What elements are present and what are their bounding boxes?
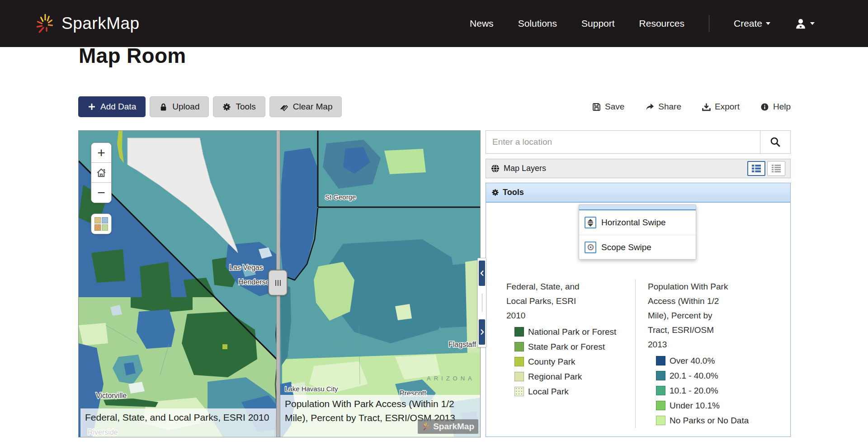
list-compact-icon [772,164,781,173]
tools-title: Tools [503,188,524,197]
plus-icon [88,103,96,111]
legend-item: 20.1 - 40.0% [648,368,771,383]
download-icon [702,103,711,111]
strip-divider [482,294,482,312]
layer-view-compact-button[interactable] [767,161,785,176]
upload-label: Upload [172,102,199,112]
legend-item: National Park or Forest [506,324,635,339]
menu-item-label: Horizontal Swipe [601,218,666,228]
left-layer-attribution: Federal, State, and Local Parks, ESRI 20… [80,408,276,437]
add-data-label: Add Data [100,102,136,112]
map-layers-header[interactable]: Map Layers [486,159,791,178]
map-zoom-controls: + − [91,142,112,203]
nav-item-news[interactable]: News [470,18,494,29]
legend-swatch [656,416,665,425]
nav-item-solutions[interactable]: Solutions [518,18,557,29]
lock-icon [159,103,168,111]
basemap-gallery-button[interactable] [91,214,112,234]
help-label: Help [773,102,791,112]
swipe-handle[interactable] [268,270,288,296]
map-viewport[interactable]: ARIZONA St George Las Vegas Henderson Fl… [78,130,481,437]
nav-create-label: Create [734,18,762,29]
add-data-button[interactable]: Add Data [78,96,146,117]
legend-swatch [656,371,665,380]
chevron-right-icon [480,329,484,335]
legend-swatch [514,342,524,351]
brand-logo[interactable]: SparkMap [34,12,140,35]
collapse-right-button[interactable] [479,319,485,345]
nav-divider [709,15,709,32]
globe-icon [491,164,500,173]
legend-swatch [656,386,665,395]
city-label-lake-havasu: Lake Havasu City [285,385,338,393]
menu-item-scope-swipe[interactable]: Scope Swipe [579,235,696,259]
tools-panel-body: Horizontal Swipe Scope Swipe Federal, St… [486,202,791,437]
home-icon [96,167,107,178]
menu-item-horizontal-swipe[interactable]: Horizontal Swipe [579,210,696,235]
location-search-button[interactable] [760,130,791,154]
export-label: Export [715,102,740,112]
legend-item: 10.1 - 20.0% [648,383,771,398]
tools-button[interactable]: Tools [213,96,265,117]
nav-item-support[interactable]: Support [581,18,615,29]
chevron-down-icon [766,22,770,25]
save-button[interactable]: Save [592,102,624,112]
legend-item: Over 40.0% [648,353,771,368]
upload-button[interactable]: Upload [150,96,209,117]
gear-icon [222,103,231,111]
nav-item-resources[interactable]: Resources [639,18,684,29]
sparkmap-logo-icon [34,12,57,35]
zoom-in-button[interactable]: + [91,143,111,163]
city-label-st-george: St George [325,193,356,201]
legend-item: Under 10.1% [648,398,771,413]
city-label-flagstaff: Flagstaff [448,341,476,348]
swipe-tools-menu: Horizontal Swipe Scope Swipe [579,204,696,260]
nav-account-menu[interactable] [795,18,815,29]
nav-links: News Solutions Support Resources Create [470,0,815,47]
search-icon [769,136,781,148]
export-button[interactable]: Export [702,102,740,112]
legend-swatch [656,356,665,365]
map-room-page: SparkMap News Solutions Support Resource… [0,0,868,446]
share-button[interactable]: Share [645,102,681,112]
watermark-label: SparkMap [433,422,474,432]
legend-title: Population With Park Access (Within 1/2 … [648,280,729,352]
clear-map-button[interactable]: Clear Map [269,96,342,117]
chevron-down-icon [810,22,815,25]
tools-label: Tools [236,102,255,112]
legend-item: No Parks or No Data [648,413,771,428]
save-label: Save [605,102,624,112]
legend-swatch [514,357,524,366]
eraser-icon [279,103,288,111]
gear-icon [491,189,499,196]
home-extent-button[interactable] [91,163,111,183]
user-icon [795,18,807,29]
menu-item-label: Scope Swipe [601,242,651,252]
collapse-left-button[interactable] [479,261,485,286]
legend-swatch [656,401,665,410]
legend-park-access: Population With Park Access (Within 1/2 … [636,280,771,428]
zoom-out-button[interactable]: − [91,183,111,203]
layer-view-expanded-button[interactable] [747,161,765,176]
save-icon [592,103,601,111]
legend-swatch [514,327,524,337]
selected-tool-partial[interactable] [579,205,696,210]
help-button[interactable]: Help [760,102,791,112]
map-actions: Save Share Export Help [592,96,791,117]
nav-create-menu[interactable]: Create [734,18,770,29]
tools-header[interactable]: Tools [486,183,791,202]
share-label: Share [658,102,681,112]
legend-item: Regional Park [506,369,635,384]
location-search-input[interactable] [486,130,760,154]
brand-name: SparkMap [61,14,140,33]
horizontal-swipe-icon [585,217,596,228]
city-label-victorville: Victorville [96,392,127,399]
city-label-las-vegas: Las Vegas [229,264,263,271]
sparkmap-watermark: SparkMap [418,419,478,434]
legend-item: State Park or Forest [506,339,635,354]
legend-item: County Park [506,354,635,369]
clear-map-label: Clear Map [293,102,333,112]
legend-swatch [514,387,524,396]
legend-title: Federal, State, and Local Parks, ESRI 20… [506,280,587,323]
share-arrow-icon [645,103,654,111]
